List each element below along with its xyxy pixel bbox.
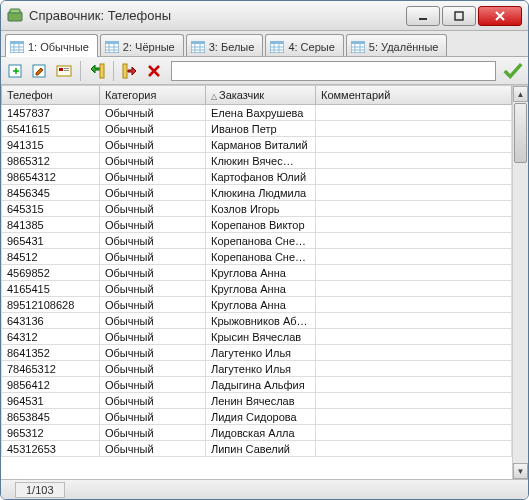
cell-comment (316, 233, 512, 249)
close-button[interactable] (478, 6, 522, 26)
table-row[interactable]: 9856412ОбычныйЛадыгина Альфия (2, 377, 512, 393)
cell-customer: Лагутенко Илья (206, 361, 316, 377)
cell-phone: 84512 (2, 249, 100, 265)
minimize-button[interactable] (406, 6, 440, 26)
table-row[interactable]: 1457837ОбычныйЕлена Вахрушева (2, 105, 512, 121)
grid-icon (105, 41, 119, 53)
cell-category: Обычный (100, 313, 206, 329)
cell-category: Обычный (100, 361, 206, 377)
edit-record-button[interactable] (29, 60, 51, 82)
table-row[interactable]: 9865312ОбычныйКлюкин Вячес… (2, 153, 512, 169)
table-row[interactable]: 64312ОбычныйКрысин Вячеслав (2, 329, 512, 345)
delete-button[interactable] (143, 60, 165, 82)
cell-category: Обычный (100, 345, 206, 361)
cell-phone: 1457837 (2, 105, 100, 121)
table-row[interactable]: 84512ОбычныйКорепанова Сне… (2, 249, 512, 265)
svg-rect-40 (100, 64, 104, 78)
cell-customer: Липин Савелий (206, 441, 316, 457)
svg-rect-23 (270, 41, 284, 44)
grid-area: Телефон Категория △Заказчик Комментарий … (1, 85, 528, 479)
cell-phone: 9856412 (2, 377, 100, 393)
cell-comment (316, 329, 512, 345)
cell-customer: Крысин Вячеслав (206, 329, 316, 345)
svg-rect-2 (419, 18, 427, 20)
sort-asc-icon: △ (211, 92, 217, 101)
import-button[interactable] (86, 60, 108, 82)
cell-category: Обычный (100, 297, 206, 313)
table-row[interactable]: 4569852ОбычныйКруглова Анна (2, 265, 512, 281)
table-row[interactable]: 964531ОбычныйЛенин Вячеслав (2, 393, 512, 409)
cell-phone: 89512108628 (2, 297, 100, 313)
cell-category: Обычный (100, 169, 206, 185)
svg-rect-39 (64, 70, 69, 71)
cell-comment (316, 345, 512, 361)
cell-customer: Корепанова Сне… (206, 233, 316, 249)
scroll-down-button[interactable]: ▼ (513, 463, 528, 479)
table-row[interactable]: 6541615ОбычныйИванов Петр (2, 121, 512, 137)
cell-comment (316, 393, 512, 409)
cell-customer: Лидия Сидорова (206, 409, 316, 425)
cell-comment (316, 137, 512, 153)
table-row[interactable]: 645315ОбычныйКозлов Игорь (2, 201, 512, 217)
data-table: Телефон Категория △Заказчик Комментарий … (1, 86, 512, 457)
vertical-scrollbar[interactable]: ▲ ▼ (512, 86, 528, 479)
search-confirm-button[interactable] (502, 60, 524, 82)
svg-rect-5 (10, 41, 24, 44)
cell-category: Обычный (100, 153, 206, 169)
table-row[interactable]: 8653845ОбычныйЛидия Сидорова (2, 409, 512, 425)
column-header-comment[interactable]: Комментарий (316, 86, 512, 105)
maximize-button[interactable] (442, 6, 476, 26)
cell-comment (316, 185, 512, 201)
table-row[interactable]: 643136ОбычныйКрыжовников Аб… (2, 313, 512, 329)
column-header-category[interactable]: Категория (100, 86, 206, 105)
table-row[interactable]: 8641352ОбычныйЛагутенко Илья (2, 345, 512, 361)
cell-customer: Круглова Анна (206, 265, 316, 281)
cell-comment (316, 105, 512, 121)
table-row[interactable]: 965431ОбычныйКорепанова Сне… (2, 233, 512, 249)
cell-category: Обычный (100, 137, 206, 153)
cell-customer: Корепанов Виктор (206, 217, 316, 233)
table-row[interactable]: 78465312ОбычныйЛагутенко Илья (2, 361, 512, 377)
tab-4[interactable]: 4: Серые (265, 34, 343, 56)
new-record-button[interactable] (5, 60, 27, 82)
column-header-customer[interactable]: △Заказчик (206, 86, 316, 105)
tab-2[interactable]: 2: Чёрные (100, 34, 184, 56)
cell-customer: Крыжовников Аб… (206, 313, 316, 329)
tab-label: 1: Обычные (28, 41, 89, 53)
cell-category: Обычный (100, 121, 206, 137)
table-row[interactable]: 98654312ОбычныйКартофанов Юлий (2, 169, 512, 185)
tab-3[interactable]: 3: Белые (186, 34, 264, 56)
cell-customer: Лидовская Алла (206, 425, 316, 441)
search-input[interactable] (171, 61, 496, 81)
grid-icon (10, 41, 24, 53)
cell-comment (316, 313, 512, 329)
window-controls (406, 6, 522, 26)
cell-comment (316, 361, 512, 377)
tab-1[interactable]: 1: Обычные (5, 34, 98, 57)
svg-rect-17 (191, 41, 205, 44)
table-row[interactable]: 4165415ОбычныйКруглова Анна (2, 281, 512, 297)
table-row[interactable]: 89512108628ОбычныйКруглова Анна (2, 297, 512, 313)
export-button[interactable] (119, 60, 141, 82)
table-row[interactable]: 8456345ОбычныйКлюкина Людмила (2, 185, 512, 201)
cell-phone: 64312 (2, 329, 100, 345)
cell-comment (316, 281, 512, 297)
cell-comment (316, 217, 512, 233)
cell-phone: 643136 (2, 313, 100, 329)
cell-customer: Ладыгина Альфия (206, 377, 316, 393)
table-row[interactable]: 841385ОбычныйКорепанов Виктор (2, 217, 512, 233)
tab-label: 3: Белые (209, 41, 255, 53)
scroll-thumb[interactable] (514, 103, 527, 163)
svg-rect-3 (455, 12, 463, 20)
card-button[interactable] (53, 60, 75, 82)
table-row[interactable]: 45312653ОбычныйЛипин Савелий (2, 441, 512, 457)
table-row[interactable]: 941315ОбычныйКарманов Виталий (2, 137, 512, 153)
cell-phone: 6541615 (2, 121, 100, 137)
column-header-phone[interactable]: Телефон (2, 86, 100, 105)
cell-customer: Клюкина Людмила (206, 185, 316, 201)
scroll-up-button[interactable]: ▲ (513, 86, 528, 102)
window-title: Справочник: Телефоны (29, 8, 406, 23)
cell-comment (316, 121, 512, 137)
table-row[interactable]: 965312ОбычныйЛидовская Алла (2, 425, 512, 441)
tab-5[interactable]: 5: Удалённые (346, 34, 448, 56)
